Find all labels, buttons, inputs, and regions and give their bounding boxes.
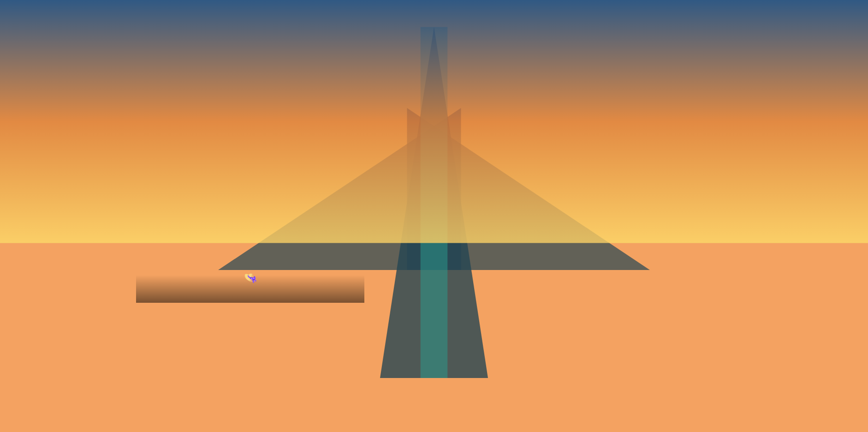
svg-rect-39 bbox=[621, 234, 859, 243]
dashboard: Total Aviation Sectors Working on 72 Sec… bbox=[122, 48, 868, 317]
bottom-image-row: 👒 bbox=[131, 234, 859, 307]
main-content: Partner ID BAG003PN Today: Nov 5 bbox=[122, 28, 868, 432]
main-layout: CRM 📋 Manage Bookings › PRODUCTS ✈ Domes… bbox=[0, 28, 868, 432]
destination-image-1: 👒 bbox=[131, 234, 369, 307]
svg-rect-34 bbox=[621, 243, 859, 308]
destination-image-3 bbox=[621, 234, 859, 307]
